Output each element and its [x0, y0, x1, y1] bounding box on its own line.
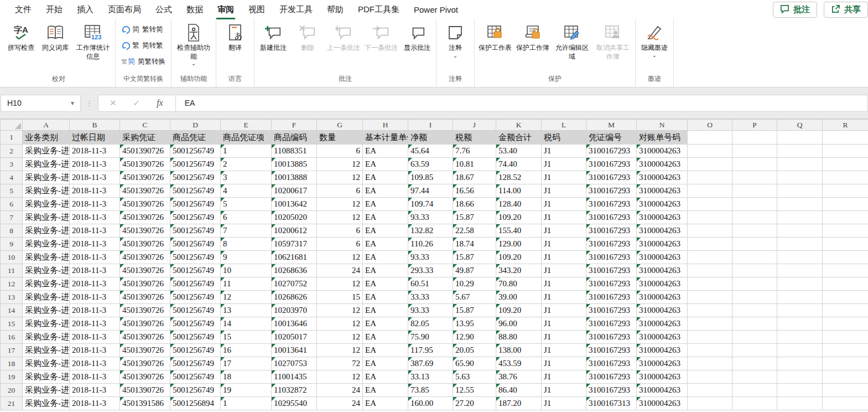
- cell-M5[interactable]: 3100167293: [586, 184, 637, 198]
- cell-D18[interactable]: 5001256749: [170, 357, 221, 370]
- cell-I19[interactable]: 33.13: [408, 370, 453, 384]
- cell-K10[interactable]: 109.20: [496, 251, 542, 264]
- cell-A21[interactable]: 采购业务-进货: [23, 397, 70, 410]
- cell-P20[interactable]: [732, 384, 777, 397]
- cell-B9[interactable]: 2018-11-3: [70, 238, 120, 251]
- menu-tab-1[interactable]: 开始: [39, 0, 70, 19]
- cell-B2[interactable]: 2018-11-3: [70, 145, 120, 158]
- cell-J10[interactable]: 15.87: [453, 251, 496, 264]
- cell-O17[interactable]: [688, 344, 732, 357]
- ribbon-button-新建批注[interactable]: 新建批注: [256, 20, 290, 53]
- cell-H9[interactable]: EA: [363, 238, 408, 251]
- cell-K4[interactable]: 128.52: [496, 171, 542, 184]
- ribbon-button-显示批注[interactable]: 显示批注: [400, 20, 434, 53]
- cell-F11[interactable]: 10268636: [272, 264, 317, 277]
- cell-C17[interactable]: 4501390726: [120, 344, 170, 357]
- cell-B5[interactable]: 2018-11-3: [70, 184, 120, 198]
- cell-I6[interactable]: 109.74: [408, 198, 453, 211]
- cell-Q15[interactable]: [777, 317, 823, 331]
- ribbon-button-同义词库[interactable]: 同义词库: [38, 20, 72, 53]
- cell-N5[interactable]: 3100004263: [637, 184, 688, 198]
- cell-H6[interactable]: EA: [363, 198, 408, 211]
- cell-B13[interactable]: 2018-11-3: [70, 291, 120, 304]
- cell-Q13[interactable]: [777, 291, 823, 304]
- cell-K8[interactable]: 155.40: [496, 224, 542, 238]
- cell-Q9[interactable]: [777, 238, 823, 251]
- column-header-C[interactable]: C: [120, 120, 170, 131]
- ribbon-button-保护工作表[interactable]: 保护工作表: [476, 20, 514, 53]
- cell-A17[interactable]: 采购业务-进货: [23, 344, 70, 357]
- cell-A2[interactable]: 采购业务-进货: [23, 145, 70, 158]
- cell-K6[interactable]: 128.40: [496, 198, 542, 211]
- cell-E5[interactable]: 4: [221, 184, 272, 198]
- ribbon-button-简繁转换[interactable]: 繁简简繁转换: [117, 54, 169, 69]
- cell-A5[interactable]: 采购业务-进货: [23, 184, 70, 198]
- cell-C18[interactable]: 4501390726: [120, 357, 170, 370]
- cell-A7[interactable]: 采购业务-进货: [23, 211, 70, 224]
- cell-A11[interactable]: 采购业务-进货: [23, 264, 70, 277]
- cell-L12[interactable]: J1: [542, 277, 586, 291]
- cell-H16[interactable]: EA: [363, 331, 408, 344]
- cell-E9[interactable]: 8: [221, 238, 272, 251]
- column-header-N[interactable]: N: [637, 120, 688, 131]
- cell-K13[interactable]: 39.00: [496, 291, 542, 304]
- row-header-20[interactable]: 20: [1, 384, 23, 397]
- cell-G19[interactable]: 12: [317, 370, 363, 384]
- cell-C19[interactable]: 4501390726: [120, 370, 170, 384]
- cell-J9[interactable]: 18.74: [453, 238, 496, 251]
- cell-P4[interactable]: [732, 171, 777, 184]
- cell-I2[interactable]: 45.64: [408, 145, 453, 158]
- cell-E3[interactable]: 2: [221, 158, 272, 171]
- cell-I5[interactable]: 97.44: [408, 184, 453, 198]
- cell-H7[interactable]: EA: [363, 211, 408, 224]
- cell-E17[interactable]: 16: [221, 344, 272, 357]
- cell-L18[interactable]: J1: [542, 357, 586, 370]
- cell-B7[interactable]: 2018-11-3: [70, 211, 120, 224]
- column-header-B[interactable]: B: [70, 120, 120, 131]
- cell-O2[interactable]: [688, 145, 732, 158]
- cell-E18[interactable]: 17: [221, 357, 272, 370]
- ribbon-button-翻译[interactable]: あ翻译: [218, 20, 252, 53]
- cell-F14[interactable]: 10203970: [272, 304, 317, 317]
- ribbon-button-允许编辑区域[interactable]: 允许编辑区域: [552, 20, 592, 61]
- cell-P6[interactable]: [732, 198, 777, 211]
- column-header-J[interactable]: J: [453, 120, 496, 131]
- cell-L8[interactable]: J1: [542, 224, 586, 238]
- cell-C15[interactable]: 4501390726: [120, 317, 170, 331]
- row-header-19[interactable]: 19: [1, 370, 23, 384]
- cell-J4[interactable]: 18.67: [453, 171, 496, 184]
- cell-G14[interactable]: 12: [317, 304, 363, 317]
- cell-Q6[interactable]: [777, 198, 823, 211]
- cell-B12[interactable]: 2018-11-3: [70, 277, 120, 291]
- cell-N12[interactable]: 3100004263: [637, 277, 688, 291]
- cell-J14[interactable]: 15.87: [453, 304, 496, 317]
- cell-Q19[interactable]: [777, 370, 823, 384]
- cell-D12[interactable]: 5001256749: [170, 277, 221, 291]
- cell-J18[interactable]: 65.90: [453, 357, 496, 370]
- cell-M13[interactable]: 3100167293: [586, 291, 637, 304]
- cell-I4[interactable]: 109.85: [408, 171, 453, 184]
- cell-I18[interactable]: 387.69: [408, 357, 453, 370]
- cell-I20[interactable]: 73.85: [408, 384, 453, 397]
- select-all-corner[interactable]: [1, 120, 23, 131]
- cell-G11[interactable]: 24: [317, 264, 363, 277]
- column-header-H[interactable]: H: [363, 120, 408, 131]
- cell-H19[interactable]: EA: [363, 370, 408, 384]
- cell-K16[interactable]: 88.80: [496, 331, 542, 344]
- cell-G15[interactable]: 12: [317, 317, 363, 331]
- cell-N11[interactable]: 3100004263: [637, 264, 688, 277]
- cell-N1[interactable]: 对账单号码: [637, 131, 688, 145]
- cell-F13[interactable]: 10268626: [272, 291, 317, 304]
- cell-P5[interactable]: [732, 184, 777, 198]
- cell-B17[interactable]: 2018-11-3: [70, 344, 120, 357]
- cell-H13[interactable]: EA: [363, 291, 408, 304]
- cell-D17[interactable]: 5001256749: [170, 344, 221, 357]
- cell-C7[interactable]: 4501390726: [120, 211, 170, 224]
- menu-tab-7[interactable]: 视图: [241, 0, 272, 19]
- cell-A16[interactable]: 采购业务-进货: [23, 331, 70, 344]
- column-header-Q[interactable]: Q: [777, 120, 823, 131]
- cell-A4[interactable]: 采购业务-进货: [23, 171, 70, 184]
- cell-P19[interactable]: [732, 370, 777, 384]
- cell-E10[interactable]: 9: [221, 251, 272, 264]
- cell-L6[interactable]: J1: [542, 198, 586, 211]
